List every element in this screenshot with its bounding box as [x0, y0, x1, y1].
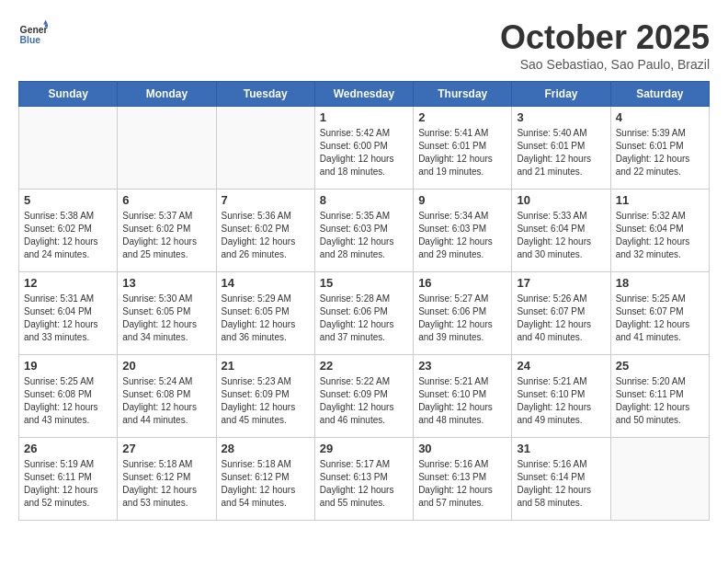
calendar-cell: 23Sunrise: 5:21 AM Sunset: 6:10 PM Dayli…: [414, 355, 512, 438]
location: Sao Sebastiao, Sao Paulo, Brazil: [500, 57, 710, 72]
day-info: Sunrise: 5:24 AM Sunset: 6:08 PM Dayligh…: [122, 375, 210, 427]
calendar-cell: 21Sunrise: 5:23 AM Sunset: 6:09 PM Dayli…: [216, 355, 314, 438]
day-number: 18: [616, 276, 704, 290]
calendar-cell: 19Sunrise: 5:25 AM Sunset: 6:08 PM Dayli…: [19, 355, 118, 438]
calendar-cell: 7Sunrise: 5:36 AM Sunset: 6:02 PM Daylig…: [216, 190, 314, 272]
day-info: Sunrise: 5:37 AM Sunset: 6:02 PM Dayligh…: [122, 210, 210, 261]
calendar-cell: 16Sunrise: 5:27 AM Sunset: 6:06 PM Dayli…: [414, 272, 512, 355]
calendar-cell: [216, 107, 314, 190]
day-number: 9: [418, 193, 506, 207]
day-number: 10: [517, 193, 605, 207]
calendar-cell: 11Sunrise: 5:32 AM Sunset: 6:04 PM Dayli…: [610, 190, 709, 272]
day-number: 11: [616, 193, 704, 207]
day-info: Sunrise: 5:17 AM Sunset: 6:13 PM Dayligh…: [320, 458, 408, 510]
title-block: October 2025 Sao Sebastiao, Sao Paulo, B…: [500, 18, 710, 72]
calendar-cell: 27Sunrise: 5:18 AM Sunset: 6:12 PM Dayli…: [118, 438, 216, 521]
day-info: Sunrise: 5:26 AM Sunset: 6:07 PM Dayligh…: [517, 293, 605, 344]
day-info: Sunrise: 5:25 AM Sunset: 6:08 PM Dayligh…: [24, 375, 112, 427]
day-info: Sunrise: 5:35 AM Sunset: 6:03 PM Dayligh…: [320, 210, 408, 261]
day-info: Sunrise: 5:23 AM Sunset: 6:09 PM Dayligh…: [222, 375, 310, 427]
day-number: 12: [24, 276, 112, 290]
day-info: Sunrise: 5:18 AM Sunset: 6:12 PM Dayligh…: [122, 458, 210, 510]
day-info: Sunrise: 5:31 AM Sunset: 6:04 PM Dayligh…: [24, 293, 112, 344]
logo: General Blue: [18, 18, 51, 48]
day-info: Sunrise: 5:19 AM Sunset: 6:11 PM Dayligh…: [24, 458, 112, 510]
calendar-cell: 6Sunrise: 5:37 AM Sunset: 6:02 PM Daylig…: [118, 190, 216, 272]
day-number: 1: [320, 110, 408, 124]
weekday-header-row: SundayMondayTuesdayWednesdayThursdayFrid…: [19, 82, 710, 107]
day-number: 2: [418, 110, 506, 124]
day-number: 14: [222, 276, 310, 290]
calendar-cell: 1Sunrise: 5:42 AM Sunset: 6:00 PM Daylig…: [314, 107, 413, 190]
calendar-cell: 15Sunrise: 5:28 AM Sunset: 6:06 PM Dayli…: [314, 272, 413, 355]
day-info: Sunrise: 5:34 AM Sunset: 6:03 PM Dayligh…: [418, 210, 506, 261]
calendar-week-row: 26Sunrise: 5:19 AM Sunset: 6:11 PM Dayli…: [19, 438, 710, 521]
calendar-cell: 2Sunrise: 5:41 AM Sunset: 6:01 PM Daylig…: [414, 107, 512, 190]
calendar-cell: 31Sunrise: 5:16 AM Sunset: 6:14 PM Dayli…: [512, 438, 610, 521]
weekday-header: Friday: [512, 82, 610, 107]
day-number: 6: [122, 193, 210, 207]
day-number: 26: [24, 442, 112, 455]
day-info: Sunrise: 5:27 AM Sunset: 6:06 PM Dayligh…: [418, 293, 506, 344]
calendar-cell: 29Sunrise: 5:17 AM Sunset: 6:13 PM Dayli…: [314, 438, 413, 521]
weekday-header: Wednesday: [314, 82, 413, 107]
day-number: 19: [24, 359, 112, 373]
calendar-week-row: 5Sunrise: 5:38 AM Sunset: 6:02 PM Daylig…: [19, 190, 710, 272]
day-info: Sunrise: 5:41 AM Sunset: 6:01 PM Dayligh…: [418, 127, 506, 178]
day-number: 5: [24, 193, 112, 207]
weekday-header: Tuesday: [216, 82, 314, 107]
day-info: Sunrise: 5:38 AM Sunset: 6:02 PM Dayligh…: [24, 210, 112, 261]
day-number: 24: [517, 359, 605, 373]
day-number: 21: [222, 359, 310, 373]
page-header: General Blue October 2025 Sao Sebastiao,…: [18, 18, 710, 72]
day-number: 17: [517, 276, 605, 290]
calendar-cell: 4Sunrise: 5:39 AM Sunset: 6:01 PM Daylig…: [610, 107, 709, 190]
day-number: 30: [418, 442, 506, 455]
day-info: Sunrise: 5:42 AM Sunset: 6:00 PM Dayligh…: [320, 127, 408, 178]
day-number: 20: [122, 359, 210, 373]
day-number: 16: [418, 276, 506, 290]
calendar-cell: 9Sunrise: 5:34 AM Sunset: 6:03 PM Daylig…: [414, 190, 512, 272]
day-info: Sunrise: 5:29 AM Sunset: 6:05 PM Dayligh…: [222, 293, 310, 344]
calendar-cell: 24Sunrise: 5:21 AM Sunset: 6:10 PM Dayli…: [512, 355, 610, 438]
day-info: Sunrise: 5:16 AM Sunset: 6:13 PM Dayligh…: [418, 458, 506, 510]
calendar-week-row: 1Sunrise: 5:42 AM Sunset: 6:00 PM Daylig…: [19, 107, 710, 190]
weekday-header: Sunday: [19, 82, 118, 107]
day-number: 29: [320, 442, 408, 455]
day-info: Sunrise: 5:18 AM Sunset: 6:12 PM Dayligh…: [222, 458, 310, 510]
day-number: 7: [222, 193, 310, 207]
svg-marker-3: [45, 24, 48, 27]
svg-text:General: General: [20, 25, 48, 35]
svg-marker-2: [43, 20, 48, 25]
day-number: 4: [616, 110, 704, 124]
day-info: Sunrise: 5:30 AM Sunset: 6:05 PM Dayligh…: [122, 293, 210, 344]
calendar-week-row: 12Sunrise: 5:31 AM Sunset: 6:04 PM Dayli…: [19, 272, 710, 355]
calendar-cell: 26Sunrise: 5:19 AM Sunset: 6:11 PM Dayli…: [19, 438, 118, 521]
day-info: Sunrise: 5:25 AM Sunset: 6:07 PM Dayligh…: [616, 293, 704, 344]
calendar-cell: 8Sunrise: 5:35 AM Sunset: 6:03 PM Daylig…: [314, 190, 413, 272]
calendar-cell: [19, 107, 118, 190]
day-info: Sunrise: 5:40 AM Sunset: 6:01 PM Dayligh…: [517, 127, 605, 178]
day-number: 23: [418, 359, 506, 373]
calendar-cell: 10Sunrise: 5:33 AM Sunset: 6:04 PM Dayli…: [512, 190, 610, 272]
weekday-header: Thursday: [414, 82, 512, 107]
calendar-cell: [610, 438, 709, 521]
calendar-cell: 5Sunrise: 5:38 AM Sunset: 6:02 PM Daylig…: [19, 190, 118, 272]
weekday-header: Saturday: [610, 82, 709, 107]
calendar-cell: 25Sunrise: 5:20 AM Sunset: 6:11 PM Dayli…: [610, 355, 709, 438]
calendar-cell: 28Sunrise: 5:18 AM Sunset: 6:12 PM Dayli…: [216, 438, 314, 521]
day-number: 22: [320, 359, 408, 373]
day-number: 3: [517, 110, 605, 124]
calendar-cell: 14Sunrise: 5:29 AM Sunset: 6:05 PM Dayli…: [216, 272, 314, 355]
calendar-cell: 12Sunrise: 5:31 AM Sunset: 6:04 PM Dayli…: [19, 272, 118, 355]
calendar-cell: 17Sunrise: 5:26 AM Sunset: 6:07 PM Dayli…: [512, 272, 610, 355]
day-info: Sunrise: 5:32 AM Sunset: 6:04 PM Dayligh…: [616, 210, 704, 261]
day-number: 15: [320, 276, 408, 290]
day-info: Sunrise: 5:33 AM Sunset: 6:04 PM Dayligh…: [517, 210, 605, 261]
calendar-cell: 20Sunrise: 5:24 AM Sunset: 6:08 PM Dayli…: [118, 355, 216, 438]
calendar-cell: 22Sunrise: 5:22 AM Sunset: 6:09 PM Dayli…: [314, 355, 413, 438]
calendar-cell: 13Sunrise: 5:30 AM Sunset: 6:05 PM Dayli…: [118, 272, 216, 355]
day-number: 25: [616, 359, 704, 373]
day-info: Sunrise: 5:28 AM Sunset: 6:06 PM Dayligh…: [320, 293, 408, 344]
calendar-cell: 30Sunrise: 5:16 AM Sunset: 6:13 PM Dayli…: [414, 438, 512, 521]
